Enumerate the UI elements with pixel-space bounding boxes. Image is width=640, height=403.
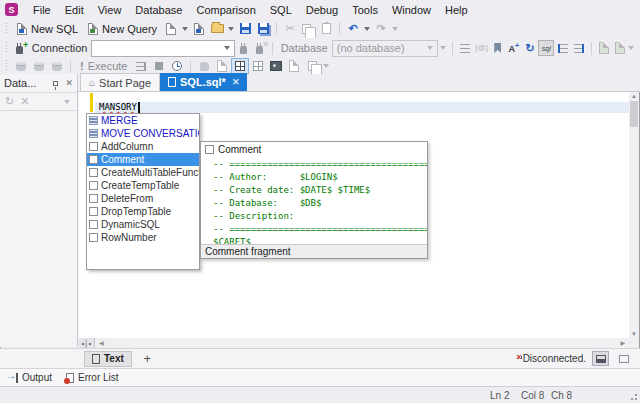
scroll-right-icon[interactable]: ▶ <box>620 339 625 347</box>
pin-icon[interactable] <box>53 81 58 86</box>
execute-block-button[interactable] <box>596 40 612 56</box>
toolbar-overflow-dropdown[interactable] <box>628 46 634 50</box>
toolbar-separator <box>70 60 71 73</box>
paste-button[interactable] <box>317 21 335 37</box>
undo-dropdown[interactable] <box>364 27 370 31</box>
autocomplete-item-comment-selected[interactable]: Comment <box>87 153 199 166</box>
scroll-left-icon[interactable]: ◀ <box>99 339 104 347</box>
database-refactor-button[interactable] <box>48 58 66 74</box>
undo-button[interactable]: ↶ <box>344 21 362 37</box>
new-document-dropdown[interactable] <box>182 27 188 31</box>
menu-sql[interactable]: SQL <box>263 2 299 18</box>
splitter-handle[interactable]: •│• <box>79 338 95 348</box>
autocomplete-item-addcolumn[interactable]: AddColumn <box>87 140 199 153</box>
execute-toolbar-dropdown[interactable] <box>323 64 329 68</box>
database-combobox[interactable]: (no database) <box>332 40 439 57</box>
new-sql-button[interactable]: New SQL <box>12 20 83 37</box>
split-view-button[interactable] <box>592 351 609 366</box>
menu-view[interactable]: View <box>91 2 129 18</box>
database-combo-dropdown[interactable] <box>427 46 433 50</box>
menu-debug[interactable]: Debug <box>299 2 345 18</box>
snippet-manager-button[interactable]: [@] <box>474 40 490 56</box>
query-plan-button[interactable] <box>267 58 285 74</box>
indent-increase-button[interactable] <box>554 40 570 56</box>
menu-file[interactable]: File <box>26 2 58 18</box>
menu-edit[interactable]: Edit <box>58 2 91 18</box>
add-view-button[interactable]: + <box>140 352 155 366</box>
tab-start-page[interactable]: ⌂ Start Page <box>80 73 160 91</box>
snippet-icon <box>89 207 98 216</box>
results-options-button[interactable] <box>303 58 321 74</box>
tab-close-icon[interactable]: ✕ <box>232 78 240 87</box>
autocomplete-item-move-conversation[interactable]: MOVE CONVERSATION <box>87 127 199 140</box>
autocomplete-item-merge[interactable]: MERGE <box>87 114 199 127</box>
query-profiler-button[interactable] <box>231 58 249 74</box>
autocomplete-item-rownumber[interactable]: RowNumber <box>87 231 199 244</box>
autocomplete-item-droptemptable[interactable]: DropTempTable <box>87 205 199 218</box>
refresh-icon: ↻ <box>525 43 534 54</box>
connection-combobox[interactable] <box>91 40 235 57</box>
edit-data-button[interactable] <box>12 58 30 74</box>
error-list-panel-button[interactable]: Error List <box>66 372 119 383</box>
sql-editor[interactable]: MANSORY MERGE MOVE CONVERSATION AddColum… <box>79 92 629 338</box>
indent-decrease-button[interactable] <box>571 40 587 56</box>
database-extra-dropdown[interactable] <box>440 46 446 50</box>
autocomplete-item-createtemptable[interactable]: CreateTempTable <box>87 179 199 192</box>
menu-tools[interactable]: Tools <box>345 2 385 18</box>
execute-to-cursor-button[interactable] <box>132 58 150 74</box>
tab-sql-document[interactable]: SQL.sql* ✕ <box>160 73 247 91</box>
toolbar-grip[interactable] <box>5 42 9 54</box>
new-query-button[interactable]: New Query <box>83 20 162 37</box>
goto-line-button[interactable] <box>457 40 473 56</box>
refresh-icon[interactable]: ↻ <box>5 96 14 107</box>
execute-step-button[interactable] <box>612 40 628 56</box>
stop-button[interactable] <box>150 58 168 74</box>
pin-results-button[interactable] <box>285 58 303 74</box>
copy-button[interactable] <box>299 21 317 37</box>
validate-button[interactable] <box>195 58 213 74</box>
results-grid-button[interactable] <box>249 58 267 74</box>
new-connection-button[interactable]: + <box>12 40 28 56</box>
execute-button[interactable]: ! Execute <box>75 58 132 75</box>
redo-dropdown[interactable] <box>392 27 398 31</box>
autocomplete-item-dynamicsql[interactable]: DynamicSQL <box>87 218 199 231</box>
single-view-button[interactable] <box>615 351 632 366</box>
menu-window[interactable]: Window <box>385 2 438 18</box>
delete-icon[interactable]: ✕ <box>20 96 29 107</box>
redo-button[interactable]: ↷ <box>372 21 390 37</box>
new-window-button[interactable] <box>190 21 208 37</box>
connect-button[interactable] <box>235 40 251 56</box>
scroll-down-icon[interactable]: ▼ <box>631 330 637 338</box>
disconnect-button[interactable]: × <box>252 40 268 56</box>
save-button[interactable] <box>236 21 254 37</box>
toolbar-grip[interactable] <box>5 60 9 72</box>
connection-combo-dropdown[interactable] <box>224 46 230 50</box>
scrollbar-thumb[interactable] <box>630 101 638 127</box>
refresh-suggestions-button[interactable]: ↻ <box>522 40 538 56</box>
toolbar-grip[interactable] <box>5 23 9 35</box>
autocomplete-item-createmultitablefunction[interactable]: CreateMultiTableFunction <box>87 166 199 179</box>
explorer-dropdown[interactable] <box>64 100 70 104</box>
vertical-scrollbar[interactable]: ▲ ▼ <box>629 92 639 338</box>
close-panel-icon[interactable]: ✕ <box>65 79 73 88</box>
new-document-button[interactable] <box>162 21 180 37</box>
autocomplete-item-deletefrom[interactable]: DeleteFrom <box>87 192 199 205</box>
resize-grip[interactable] <box>629 392 637 400</box>
export-results-button[interactable] <box>213 58 231 74</box>
open-file-button[interactable] <box>208 21 226 37</box>
menu-help[interactable]: Help <box>438 2 475 18</box>
query-history-button[interactable] <box>168 58 186 74</box>
save-all-button[interactable] <box>254 21 272 37</box>
open-file-dropdown[interactable] <box>228 27 234 31</box>
cut-button[interactable]: ✂ <box>281 21 299 37</box>
output-panel-button[interactable]: Output <box>8 372 52 383</box>
bookmark-button[interactable] <box>490 40 506 56</box>
format-sql-button[interactable]: sql <box>538 40 554 56</box>
database-diagram-button[interactable] <box>30 58 48 74</box>
horizontal-scrollbar[interactable]: •│• ◀ ▶ <box>79 338 629 348</box>
menu-comparison[interactable]: Comparison <box>189 2 262 18</box>
font-increase-button[interactable]: A+ <box>506 40 522 56</box>
tab-text-view[interactable]: Text <box>84 351 132 367</box>
menu-database[interactable]: Database <box>128 2 189 18</box>
scroll-up-icon[interactable]: ▲ <box>631 92 637 100</box>
